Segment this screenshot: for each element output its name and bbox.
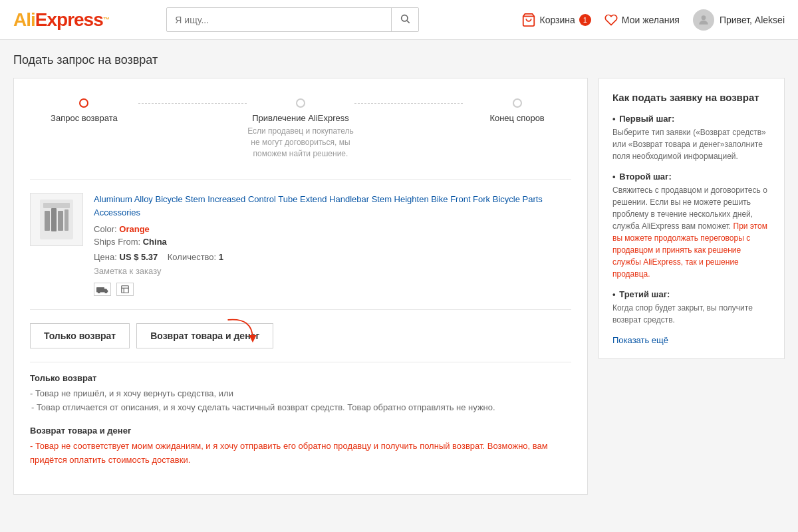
sidebar-step-1-title: • Первый шаг: [612,114,771,124]
page-title: Подать запрос на возврат [13,53,785,67]
arrow-icon [223,313,263,346]
search-bar [166,7,419,32]
info-block-1-line-2: - Товар отличается от описания, и я хочу… [31,401,571,415]
qty-label: Количество: [168,252,216,262]
wishlist-button[interactable]: Мои желания [604,13,680,27]
header-right: Корзина 1 Мои желания Привет, Aleksei [521,9,785,31]
svg-rect-7 [51,208,57,231]
step-2-desc: Если продавец и покупатель не могут дого… [247,126,354,159]
avatar [693,9,714,31]
info-block-2-text: - Товар не соответствует моим ожиданиям,… [30,440,571,467]
svg-point-3 [702,15,706,20]
wishlist-label: Мои желания [622,15,680,25]
step-3: Конец споров [463,98,571,123]
sidebar-step-3: • Третий шаг: Когда спор будет закрыт, в… [612,289,771,326]
main-layout: Запрос возврата Привлечение AliExpress Е… [13,78,785,495]
product-thumbnail [37,196,76,243]
svg-rect-9 [65,209,68,231]
sidebar-step-2-text: Свяжитесь с продавцом и договоритесь о р… [612,184,771,280]
arrow-indicator [223,313,263,348]
svg-point-0 [402,15,408,21]
price-label: Цена: [94,252,117,262]
info-block-2-line-1: - Товар не соответствует моим ожиданиям,… [30,440,571,467]
color-value: Orange [119,224,150,234]
product-section: Aluminum Alloy Bicycle Stem Increased Co… [30,179,571,296]
svg-rect-5 [43,203,70,208]
box-icon [116,283,134,296]
info-block-2: Возврат товара и денег - Товар не соотве… [30,426,571,467]
product-title[interactable]: Aluminum Alloy Bicycle Stem Increased Co… [94,193,571,219]
svg-rect-8 [58,211,63,231]
step-3-label: Конец споров [489,113,544,123]
step-1-circle [79,98,88,108]
steps-progress: Запрос возврата Привлечение AliExpress Е… [30,98,571,159]
ships-value: China [143,237,167,247]
info-block-2-title: Возврат товара и денег [30,426,571,436]
search-input[interactable] [167,9,391,31]
header: AliExpress™ Корзина 1 Мои желания [0,0,798,40]
right-panel-title: Как подать заявку на возврат [612,92,771,103]
ships-label: Ships From: [94,237,140,247]
cart-icon [521,13,536,27]
truck-icon [94,283,111,296]
action-section: Только возврат Возврат товара и денег [30,309,571,348]
product-image [30,193,83,246]
left-panel: Запрос возврата Привлечение AliExpress Е… [13,78,588,495]
product-price-row: Цена: US $ 5.37 Количество: 1 [94,252,571,262]
logo-tm: ™ [103,16,109,23]
product-color: Color: Orange [94,224,571,234]
info-block-1: Только возврат - Товар не пришёл, и я хо… [30,373,571,415]
sidebar-step-2-highlight: При этом вы можете продолжать переговоры… [612,221,767,279]
product-info: Aluminum Alloy Bicycle Stem Increased Co… [94,193,571,296]
info-block-1-text: - Товар не пришёл, и я хочу вернуть сред… [30,387,571,415]
step-2-circle [296,98,305,108]
step-3-circle [513,98,522,108]
qty-value: 1 [219,252,223,262]
step-2-label: Привлечение AliExpress [252,113,349,123]
sidebar-step-1: • Первый шаг: Выберите тип заявки («Возв… [612,114,771,162]
product-icons [94,283,571,296]
sidebar-step-3-text: Когда спор будет закрыт, вы получите воз… [612,302,771,326]
logo-express: Express [35,9,103,31]
right-panel: Как подать заявку на возврат • Первый ша… [598,78,785,359]
cart-badge: 1 [579,14,591,26]
connector-1 [138,103,247,104]
price-value: US $ 5.37 [120,252,158,262]
sidebar-step-2: • Второй шаг: Свяжитесь с продавцом и до… [612,172,771,280]
refund-only-button[interactable]: Только возврат [30,323,130,348]
info-block-1-line-1: - Товар не пришёл, и я хочу вернуть сред… [30,387,571,401]
info-section: Только возврат - Товар не пришёл, и я хо… [30,362,571,467]
sidebar-step-3-title: • Третий шаг: [612,289,771,299]
user-greeting: Привет, Aleksei [720,15,785,25]
show-more-link[interactable]: Показать ещё [612,335,771,345]
product-note: Заметка к заказу [94,266,571,276]
step-1: Запрос возврата [30,98,138,123]
user-menu[interactable]: Привет, Aleksei [693,9,785,31]
svg-line-1 [407,21,410,23]
svg-rect-6 [45,211,50,231]
step-1-label: Запрос возврата [51,113,118,123]
search-button[interactable] [391,8,418,31]
color-label: Color: [94,224,117,234]
logo-ali: Ali [13,9,35,31]
cart-button[interactable]: Корзина 1 [521,13,591,27]
heart-icon [604,13,618,27]
sidebar-step-1-text: Выберите тип заявки («Возврат средств» и… [612,126,771,162]
sidebar-step-2-title: • Второй шаг: [612,172,771,182]
page-content: Подать запрос на возврат Запрос возврата… [0,40,798,508]
svg-rect-10 [96,287,104,293]
svg-rect-13 [122,286,129,293]
connector-2 [354,103,463,104]
cart-label: Корзина [540,15,575,25]
info-block-1-title: Только возврат [30,373,571,383]
user-icon [697,13,710,27]
logo[interactable]: AliExpress™ [13,9,109,31]
step-2: Привлечение AliExpress Если продавец и п… [247,98,355,159]
product-ships: Ships From: China [94,237,571,247]
